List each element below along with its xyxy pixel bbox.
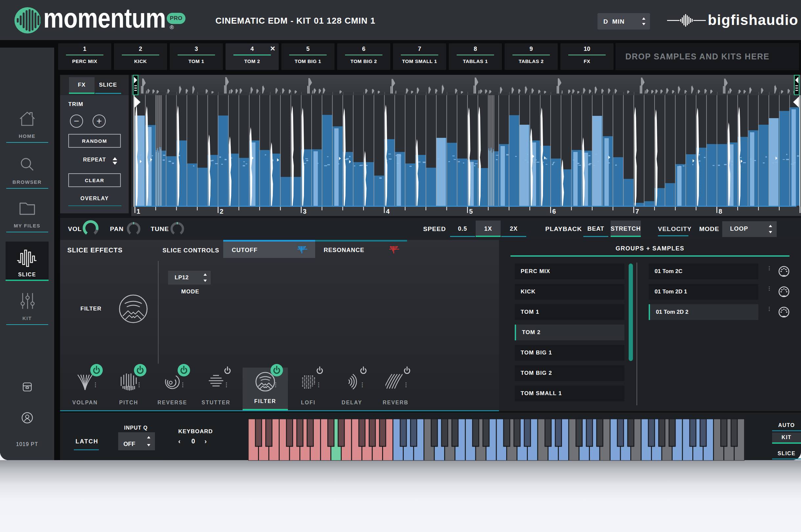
svg-text:3: 3	[303, 208, 306, 215]
svg-text:6: 6	[552, 208, 556, 215]
svg-text:7: 7	[636, 208, 639, 215]
svg-text:4: 4	[386, 208, 390, 215]
svg-text:2: 2	[220, 208, 223, 215]
svg-text:5: 5	[469, 208, 473, 215]
svg-text:8: 8	[719, 208, 722, 215]
svg-text:1: 1	[136, 208, 140, 215]
